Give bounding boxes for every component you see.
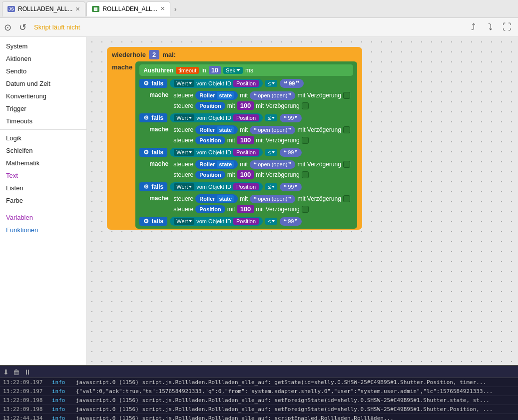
q2b-0: ❞: [288, 92, 291, 99]
st-2[interactable]: state: [217, 161, 234, 168]
mache-block-3: steuere Roller state mit ❝open (open)❞ m…: [170, 193, 353, 215]
sidebar-item-system[interactable]: System: [0, 40, 86, 52]
tab-label-2: ROLLLADEN_ALL...: [102, 5, 157, 12]
verz-1: mit Verzögerung: [297, 126, 341, 133]
log-msg-3: javascript.0 (1156) script.js.Rollladen.…: [76, 406, 515, 413]
verz-check2-0[interactable]: [302, 102, 309, 109]
sidebar-item-sendto[interactable]: Sendto: [0, 65, 86, 77]
tab-2[interactable]: ▦ ROLLLADEN_ALL... ✕: [86, 1, 170, 16]
compare-0[interactable]: ≤: [265, 80, 277, 87]
n2-3[interactable]: 100: [237, 205, 254, 213]
vc1-1[interactable]: [343, 126, 350, 133]
sidebar-item-farbe[interactable]: Farbe: [0, 194, 86, 207]
num2-0[interactable]: 100: [237, 101, 254, 110]
sidebar-item-schleifen[interactable]: Schleifen: [0, 144, 86, 157]
state-0[interactable]: state: [217, 92, 234, 99]
fullscreen-button[interactable]: ⛶: [500, 20, 514, 34]
quote-3: ❝99❞: [280, 183, 302, 191]
exec-unit[interactable]: Sek: [223, 67, 243, 74]
canvas-area[interactable]: wiederhole 2 mal: mache Ausführen timeou…: [87, 37, 518, 365]
q1b-0: ❝: [254, 92, 257, 99]
verz2-1: mit Verzögerung: [256, 137, 299, 144]
quote-num-1[interactable]: 99: [288, 115, 294, 121]
n2-2[interactable]: 100: [237, 170, 254, 179]
sidebar-item-trigger[interactable]: Trigger: [0, 102, 86, 115]
exec-ms: ms: [245, 67, 253, 74]
log-clear-btn[interactable]: 🗑: [13, 368, 20, 376]
sidebar-item-timeouts[interactable]: Timeouts: [0, 115, 86, 127]
wert-3[interactable]: Wert: [174, 183, 194, 190]
compare-1[interactable]: ≤: [265, 114, 277, 121]
sidebar-item-variablen[interactable]: Variablen: [0, 211, 86, 224]
sidebar-item-logik[interactable]: Logik: [0, 132, 86, 144]
vc2-1[interactable]: [302, 137, 309, 144]
sidebar-item-listen[interactable]: Listen: [0, 182, 86, 194]
log-time-4: 13:22:44.134: [3, 415, 48, 420]
tab-close-2[interactable]: ✕: [160, 5, 165, 12]
log-row-1: 13:22:09.197 info {"val":0,"ack":true,"t…: [0, 387, 518, 396]
vc2-3[interactable]: [302, 206, 309, 213]
log-download-btn[interactable]: ⬇: [3, 368, 9, 376]
q2-1: ❞: [295, 115, 298, 121]
exec-num[interactable]: 10: [209, 66, 221, 74]
log-pause-btn[interactable]: ⏸: [24, 368, 31, 376]
tab-1[interactable]: JS ROLLLADEN_ALL... ✕: [2, 1, 85, 16]
do-label: mache: [112, 61, 132, 71]
exec-label: Ausführen: [143, 67, 173, 74]
state-1[interactable]: state: [217, 126, 234, 133]
main-area: System Aktionen Sendto Datum und Zeit Ko…: [0, 37, 518, 365]
pos-4[interactable]: Position: [233, 218, 259, 225]
repeat-num[interactable]: 2: [149, 50, 159, 59]
wert-dropdown-0[interactable]: Wert: [174, 80, 194, 87]
log-time-0: 13:22:09.197: [3, 379, 48, 386]
log-level-4: info: [52, 415, 72, 420]
vc-3[interactable]: [343, 195, 350, 202]
ob-3: ❝open (open)❞: [250, 195, 295, 203]
pos-2[interactable]: Position: [233, 149, 259, 156]
tab-bar: JS ROLLLADEN_ALL... ✕ ▦ ROLLLADEN_ALL...…: [0, 0, 518, 18]
cmp-2[interactable]: ≤: [265, 149, 277, 156]
toolbar-actions: ⤴ ⤵ ⛶: [466, 20, 514, 34]
gear-2[interactable]: ⚙: [143, 149, 149, 156]
sidebar-item-funktionen[interactable]: Funktionen: [0, 224, 86, 236]
log-msg-1: {"val":0,"ack":true,"ts":1576584921333,"…: [76, 388, 515, 395]
gear-4[interactable]: ⚙: [143, 218, 149, 225]
vc2-2[interactable]: [302, 171, 309, 178]
roller-l-1: Roller: [199, 127, 215, 133]
tab-arrow[interactable]: ›: [174, 5, 177, 13]
gear-3[interactable]: ⚙: [143, 183, 149, 190]
tab-close-1[interactable]: ✕: [75, 6, 80, 12]
n2-1[interactable]: 100: [237, 136, 254, 144]
gear-1[interactable]: ⚙: [143, 114, 149, 121]
sidebar-item-datum[interactable]: Datum und Zeit: [0, 77, 86, 90]
sidebar-item-konvertierung[interactable]: Konvertierung: [0, 90, 86, 102]
pos-3[interactable]: Position: [233, 183, 259, 190]
sidebar-item-text[interactable]: Text: [0, 169, 86, 182]
qn-2[interactable]: 99: [288, 149, 294, 155]
verz-check-0[interactable]: [343, 92, 350, 99]
wert-2[interactable]: Wert: [174, 149, 194, 156]
sidebar-item-aktionen[interactable]: Aktionen: [0, 52, 86, 65]
mache-row-0: mache steuere Roller state: [139, 89, 353, 111]
log-time-3: 13:22:09.198: [3, 406, 48, 413]
gear-0[interactable]: ⚙: [143, 80, 149, 87]
qn-3[interactable]: 99: [288, 184, 294, 190]
position-0[interactable]: Position: [233, 80, 259, 87]
vc-2[interactable]: [343, 161, 350, 168]
log-row-2: 13:22:09.198 info javascript.0 (1156) sc…: [0, 396, 518, 405]
cmp-3[interactable]: ≤: [265, 183, 277, 190]
pos-id-1[interactable]: Position: [233, 114, 259, 121]
refresh-icon[interactable]: ↺: [19, 22, 30, 33]
cmp-4[interactable]: ≤: [265, 218, 277, 225]
export-button[interactable]: ⤴: [466, 20, 480, 34]
qn-4[interactable]: 99: [288, 218, 294, 224]
wert-4[interactable]: Wert: [174, 218, 194, 225]
sidebar-item-mathematik[interactable]: Mathematik: [0, 157, 86, 169]
if-label-2: ⚙ falls: [139, 148, 167, 157]
import-button[interactable]: ⤵: [483, 20, 497, 34]
mache-1: mache: [139, 124, 168, 133]
falls-3: falls: [151, 183, 163, 190]
quote-num-0[interactable]: 99: [289, 80, 295, 86]
wert-1[interactable]: Wert: [174, 114, 194, 121]
st-3[interactable]: state: [217, 195, 234, 202]
